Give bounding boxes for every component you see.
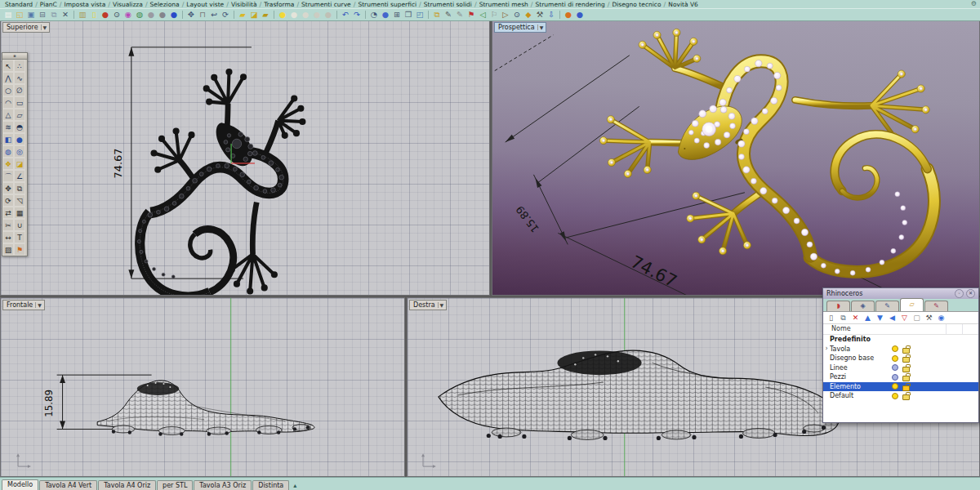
visibility-bulb-icon[interactable] [892,364,898,371]
menu-item-strumenti-di-rendering[interactable]: Strumenti di rendering [533,1,608,8]
mirror-icon[interactable]: ⇄ [2,207,14,219]
lock-icon[interactable] [902,376,910,381]
gecko-rendered-model[interactable] [599,29,933,275]
bulb-2-icon[interactable]: ● [288,10,300,20]
link-icon[interactable]: ◔ [368,10,380,20]
properties-icon[interactable]: ▢ [911,314,922,322]
gear-icon[interactable]: ⚙ [971,0,977,7]
menu-item-pianc[interactable]: PianC [38,1,60,8]
layers-panel-title-bar[interactable]: Rhinoceros ◦ ✕ [823,288,978,299]
menu-item-strumenti-solidi[interactable]: Strumenti solidi [421,1,474,8]
visibility-bulb-icon[interactable] [892,345,898,352]
layer-row[interactable]: Linee [823,363,978,373]
new-layer-icon[interactable]: ▯ [826,314,836,322]
pencil-doc-icon[interactable]: ✎ [454,10,466,20]
magnifier-icon[interactable]: ⊙ [511,10,523,20]
chevron-down-icon[interactable]: ▼ [35,302,42,308]
boolean-union-icon[interactable]: ❖ [2,158,14,170]
loft-icon[interactable]: ≋ [2,121,14,133]
save-icon[interactable]: ▣ [25,10,37,20]
bulb-5-icon[interactable]: ● [323,10,334,20]
prospettica-render-canvas[interactable]: 15.89 74.67 [492,20,979,295]
layout-tab-distinta[interactable]: Distinta [252,480,289,490]
undo-icon[interactable]: ↶ [340,10,351,20]
properties-tab[interactable]: ◗ [826,301,850,311]
gecko-right-wireframe[interactable] [439,350,839,440]
boolean-diff-icon[interactable]: ◪ [14,158,25,170]
frontale-wireframe-canvas[interactable]: 15.89 [1,298,404,476]
menu-item-disegno-tecnico[interactable]: Disegno tecnico [609,1,663,8]
copy-icon[interactable]: ⧉ [48,10,60,20]
torus-icon[interactable]: ◎ [14,145,25,158]
chevron-down-icon[interactable]: ▼ [438,302,445,308]
hatch-icon[interactable]: ▨ [2,243,14,256]
print-icon[interactable]: ⊟ [37,10,48,20]
extrude-icon[interactable]: ◓ [14,121,25,133]
visibility-bulb-icon[interactable] [892,374,898,381]
notes-tab[interactable]: ✎ [875,301,899,311]
viewport-prospettica[interactable]: 15.89 74.67 [492,20,980,296]
layout-tab-per-stl[interactable]: per STL [157,480,193,490]
visibility-bulb-icon[interactable] [892,383,898,390]
menu-item-standard[interactable]: Standard [2,1,35,8]
help-icon[interactable]: ◉ [936,314,947,322]
layout-tab-tavola-a3-oriz[interactable]: Tavola A3 Oriz [194,480,252,490]
rotate-view-icon[interactable]: ⟳ [220,10,231,20]
dimension-icon[interactable]: ↔ [2,231,14,243]
trim-icon[interactable]: ✂ [2,219,14,231]
polyline-icon[interactable]: ⋀ [2,72,14,84]
delete-icon[interactable]: ✕ [60,10,71,20]
chevron-down-icon[interactable]: ▼ [537,24,545,30]
fillet-icon[interactable]: ⌒ [2,170,14,182]
rendered-sphere-icon[interactable]: ● [168,10,180,20]
select-icon[interactable]: ↖ [2,60,14,72]
layout-tab-tavola-a4-oriz[interactable]: Tavola A4 Oriz [98,480,156,490]
gecko-front-wireframe[interactable] [97,381,314,436]
surface-tools-icon[interactable]: ▰ [237,10,248,20]
menu-item-novità-v6[interactable]: Novità V6 [666,1,701,8]
lock-icon[interactable] [902,367,910,372]
gold-icon[interactable]: ◆ [523,10,534,20]
orange-ball-icon[interactable]: ● [563,10,574,20]
move-icon[interactable]: ✥ [2,182,14,194]
viewport-label-frontale[interactable]: Frontale ▼ [2,300,45,310]
palette-title-bar[interactable]: ▪ [2,53,27,60]
sphere-solid-icon[interactable]: ● [14,133,25,145]
box-icon[interactable]: ◰ [414,10,425,20]
gecko-top-wireframe[interactable] [137,69,305,295]
viewport-label-destra[interactable]: Destra ▼ [409,300,447,310]
text-icon[interactable]: T [14,231,25,243]
chevron-down-icon[interactable]: ▼ [41,24,48,30]
analyze-sphere-icon[interactable]: ● [380,10,391,20]
surface-corner-icon[interactable]: ◪ [248,10,260,20]
tools-icon[interactable]: ⚒ [924,314,934,322]
back-icon[interactable]: ◀ [887,314,898,322]
menu-item-trasforma[interactable]: Trasforma [261,1,296,8]
duplicate-layer-icon[interactable]: ⧉ [838,314,849,323]
rectangle-icon[interactable]: ▭ [14,96,25,109]
zoom-icon[interactable]: ⊙ [111,10,122,20]
move-down-icon[interactable]: ▼ [875,314,885,322]
lock-icon[interactable] [902,357,910,363]
lock-icon[interactable] [902,385,910,391]
layer-row[interactable]: Pezzi [823,372,978,382]
lock-icon[interactable]: ⊓ [197,10,208,20]
earth-icon[interactable]: ◍ [134,10,145,20]
folders-icon[interactable]: ⧉ [431,10,443,20]
menu-item-visualizza[interactable]: Visualizza [110,1,145,8]
notes-icon[interactable]: ▯ [88,10,100,20]
rotate-icon[interactable]: ⟳ [2,194,14,207]
copy-obj-icon[interactable]: ⧉ [14,182,25,194]
pin-icon[interactable]: ◦ [955,289,964,298]
arc-icon[interactable]: ◠ [2,96,14,109]
menu-item-layout-viste[interactable]: Layout viste [184,1,226,8]
layer-row[interactable]: ›Tavola [823,345,978,354]
plane-icon[interactable]: ▱ [14,109,25,121]
bulb-4-icon[interactable]: ● [311,10,323,20]
lock-icon[interactable] [902,348,910,354]
layer-row[interactable]: Predefinito [823,335,978,345]
ghosted-sphere-icon[interactable]: ● [157,10,168,20]
layers-tab[interactable]: ▱ [900,298,924,311]
flag-icon[interactable]: ⚑ [466,10,477,20]
gumball-icon[interactable]: ✥ [185,10,197,20]
